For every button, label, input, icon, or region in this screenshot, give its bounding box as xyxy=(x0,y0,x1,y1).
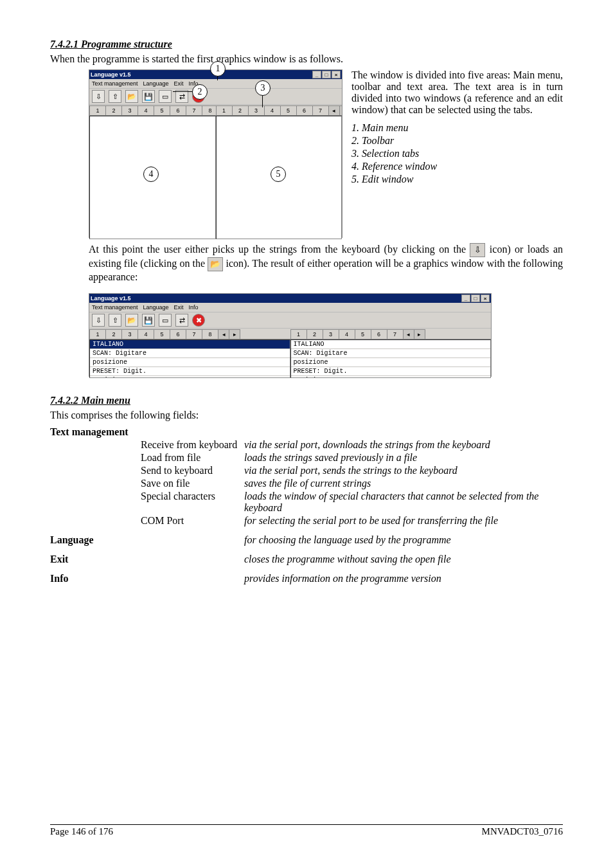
transfer-icon[interactable]: ⇄ xyxy=(175,90,188,103)
tab-right-5[interactable]: 5 xyxy=(280,105,297,115)
table-row: Infoprovides information on the programm… xyxy=(50,572,563,585)
tab2-left-8[interactable]: 8 xyxy=(202,329,218,339)
open-icon-2[interactable]: 📂 xyxy=(125,314,138,327)
tab2-left-scroll-l[interactable]: ◂ xyxy=(218,329,229,339)
tab2-right-7[interactable]: 7 xyxy=(387,329,404,339)
app-title-2: Language v1.5 xyxy=(91,295,131,302)
keyboard-icon[interactable]: ▭ xyxy=(159,90,172,103)
pane-row: posizione xyxy=(90,376,290,378)
table-row: Receive from keyboardvia the serial port… xyxy=(50,439,563,451)
close-button-2[interactable]: × xyxy=(481,294,490,302)
menu-desc: closes the programme without saving the … xyxy=(244,553,563,566)
tab2-right-5[interactable]: 5 xyxy=(355,329,371,339)
minimize-button-2[interactable]: _ xyxy=(461,294,470,302)
menu-language-2[interactable]: Language xyxy=(143,304,169,311)
tab2-right-3[interactable]: 3 xyxy=(323,329,339,339)
download-icon: ⇩ xyxy=(470,243,485,257)
tab2-right-scroll-r[interactable]: ▸ xyxy=(414,329,425,339)
menu-text-mgmt-2[interactable]: Text management xyxy=(92,304,138,311)
app-titlebar-2: Language v1.5 _ □ × xyxy=(89,294,491,303)
menu-exit[interactable]: Exit xyxy=(174,80,184,87)
tab-left-7[interactable]: 7 xyxy=(186,105,202,115)
menu-sub: Send to keyboard xyxy=(141,464,244,477)
tab-left-3[interactable]: 3 xyxy=(121,105,138,115)
table-row: Load from fileloads the strings saved pr… xyxy=(50,451,563,464)
keyboard-icon-2[interactable]: ▭ xyxy=(159,314,172,327)
tab-right-7[interactable]: 7 xyxy=(312,105,329,115)
tab2-left-1[interactable]: 1 xyxy=(89,329,106,339)
reference-pane-2: ITALIANO SCAN: Digitare posizione PRESET… xyxy=(89,339,290,378)
callout-4: 4 xyxy=(143,167,159,182)
menu-sub: Special characters xyxy=(141,490,244,514)
menu-info-2[interactable]: Info xyxy=(189,304,199,311)
upload-icon[interactable]: ⇧ xyxy=(109,90,121,103)
tab-right-2[interactable]: 2 xyxy=(232,105,249,115)
tab-left-8[interactable]: 8 xyxy=(202,105,216,115)
maximize-button[interactable]: □ xyxy=(322,71,331,78)
tab-left-1[interactable]: 1 xyxy=(89,105,106,115)
tab2-right-2[interactable]: 2 xyxy=(306,329,323,339)
pane-row: SCAN: Digitare xyxy=(291,349,491,358)
tab2-left-6[interactable]: 6 xyxy=(170,329,186,339)
tab2-right-4[interactable]: 4 xyxy=(339,329,355,339)
tab-right-scroll-l[interactable]: ◂ xyxy=(328,105,340,115)
pane-row: posizione xyxy=(90,358,290,367)
tab-left-6[interactable]: 6 xyxy=(170,105,186,115)
menu-sub: COM Port xyxy=(141,514,244,527)
pane-row: PRESET: Digit. xyxy=(90,367,290,376)
download-icon-2[interactable]: ⇩ xyxy=(92,314,105,327)
tab-left-5[interactable]: 5 xyxy=(154,105,170,115)
table-row: COM Portfor selecting the serial port to… xyxy=(50,514,563,527)
menu-desc: for selecting the serial port to be used… xyxy=(244,514,563,527)
transfer-icon-2[interactable]: ⇄ xyxy=(175,314,188,327)
menu-desc: loads the strings saved previously in a … xyxy=(244,451,563,464)
side-paragraph: The window is divided into five areas: M… xyxy=(351,69,563,116)
table-row: Exitcloses the programme without saving … xyxy=(50,553,563,566)
tab2-right-scroll-l[interactable]: ◂ xyxy=(403,329,414,339)
menu-desc: saves the file of current strings xyxy=(244,477,563,490)
table-row: Send to keyboardvia the serial port, sen… xyxy=(50,464,563,477)
tab-right-4[interactable]: 4 xyxy=(264,105,281,115)
tab2-right-1[interactable]: 1 xyxy=(290,329,307,339)
tab-right-scroll-r[interactable]: ▸ xyxy=(339,105,342,115)
tab2-right-6[interactable]: 6 xyxy=(371,329,387,339)
upload-icon-2[interactable]: ⇧ xyxy=(109,314,121,327)
menu-language[interactable]: Language xyxy=(143,80,169,87)
stop-icon-2[interactable]: ✖ xyxy=(192,314,205,327)
menu-desc: provides information on the programme ve… xyxy=(244,572,563,585)
menu-name: Language xyxy=(50,534,141,547)
tab-right-6[interactable]: 6 xyxy=(296,105,313,115)
tab-left-2[interactable]: 2 xyxy=(105,105,122,115)
save-icon-2[interactable]: 💾 xyxy=(142,314,155,327)
pane-row: PRESET: Digit. xyxy=(291,367,491,376)
open-icon: 📂 xyxy=(208,257,223,271)
save-icon[interactable]: 💾 xyxy=(142,90,155,103)
tab2-left-2[interactable]: 2 xyxy=(105,329,122,339)
menu-desc: via the serial port, downloads the strin… xyxy=(244,439,563,451)
app-menubar: Text management Language Exit Info xyxy=(89,79,342,89)
table-row: Languagefor choosing the language used b… xyxy=(50,534,563,547)
open-icon[interactable]: 📂 xyxy=(125,90,138,103)
menu-desc: loads the window of special characters t… xyxy=(244,490,563,514)
tab2-left-scroll-r[interactable]: ▸ xyxy=(229,329,240,339)
tab-right-1[interactable]: 1 xyxy=(216,105,233,115)
tab2-left-3[interactable]: 3 xyxy=(121,329,138,339)
download-icon[interactable]: ⇩ xyxy=(92,90,105,103)
maximize-button-2[interactable]: □ xyxy=(471,294,480,302)
main-menu-table: Text management Receive from keyboardvia… xyxy=(50,426,563,585)
tab2-left-4[interactable]: 4 xyxy=(138,329,154,339)
tab-left-4[interactable]: 4 xyxy=(138,105,154,115)
tab2-left-5[interactable]: 5 xyxy=(154,329,170,339)
callout-3: 3 xyxy=(255,80,271,96)
footer-right: MNVADCT03_0716 xyxy=(482,826,563,837)
page-footer: Page 146 of 176 MNVADCT03_0716 xyxy=(50,824,563,837)
pane-row: SCAN: Digitare xyxy=(90,349,290,358)
menu-name: Exit xyxy=(50,553,141,566)
after-shot-text: At this point the user either picks up t… xyxy=(89,243,563,283)
tab2-left-7[interactable]: 7 xyxy=(186,329,202,339)
minimize-button[interactable]: _ xyxy=(312,71,321,78)
menu-text-mgmt[interactable]: Text management xyxy=(92,80,138,87)
legend-item-3: 3. Selection tabs xyxy=(351,148,563,159)
close-button[interactable]: × xyxy=(332,71,341,78)
menu-exit-2[interactable]: Exit xyxy=(174,304,184,311)
